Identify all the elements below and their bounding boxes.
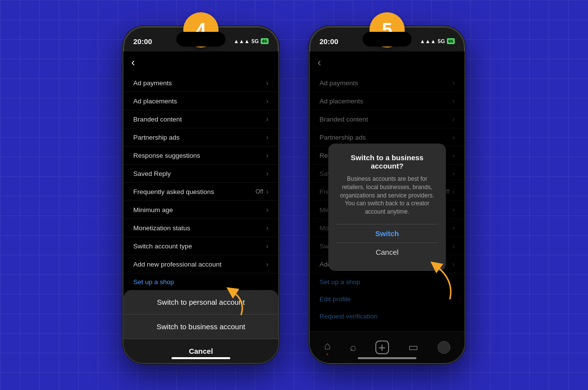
menu-item-monetization[interactable]: Monetization status › — [123, 219, 278, 237]
menu-item-branded-content[interactable]: Branded content › — [123, 110, 278, 128]
menu-item-ad-payments[interactable]: Ad payments › — [123, 74, 278, 92]
menu-item-faq[interactable]: Frequently asked questions Off › — [123, 183, 278, 201]
link-set-up-shop-1[interactable]: Set up a shop — [123, 273, 278, 291]
dynamic-island-1 — [176, 32, 225, 47]
dialog-switch-button[interactable]: Switch — [336, 224, 438, 243]
screen-2: ‹ Ad payments › Ad placements › Branded … — [310, 51, 465, 363]
dialog-box: Switch to a business account? Business a… — [328, 144, 446, 271]
phone-1-wrapper: 4 20:00 ▲▲▲ 5G 65 ‹ Ad payments › Ad pla… — [122, 26, 279, 364]
menu-list-1: Ad payments › Ad placements › Branded co… — [123, 74, 278, 273]
dialog-body: Business accounts are best for retailers… — [336, 175, 438, 216]
nav-header-1: ‹ — [123, 51, 278, 74]
home-bar-1 — [172, 357, 230, 359]
back-icon-1[interactable]: ‹ — [131, 56, 135, 69]
sheet-business-option[interactable]: Switch to business account — [123, 315, 278, 339]
phone-1: 20:00 ▲▲▲ 5G 65 ‹ Ad payments › Ad place… — [122, 26, 279, 364]
status-icons-1: ▲▲▲ 5G 65 — [234, 38, 269, 44]
menu-item-add-professional[interactable]: Add new professional account › — [123, 255, 278, 273]
menu-item-switch-account-type[interactable]: Switch account type › — [123, 237, 278, 255]
menu-item-saved-reply[interactable]: Saved Reply › — [123, 165, 278, 183]
sheet-cancel-btn[interactable]: Cancel — [123, 339, 278, 363]
dialog-cancel-button[interactable]: Cancel — [336, 243, 438, 261]
status-time-1: 20:00 — [133, 37, 152, 46]
menu-item-response-suggestions[interactable]: Response suggestions › — [123, 146, 278, 165]
dialog-title: Switch to a business account? — [336, 153, 438, 170]
dynamic-island-2 — [363, 32, 412, 47]
phone-2: 20:00 ▲▲▲ 5G 65 ‹ Ad payments › Ad place… — [309, 26, 466, 364]
menu-item-ad-placements[interactable]: Ad placements › — [123, 92, 278, 110]
status-icons-2: ▲▲▲ 5G 65 — [420, 38, 455, 44]
status-time-2: 20:00 — [319, 37, 338, 46]
phone-2-wrapper: 5 20:00 ▲▲▲ 5G 65 ‹ Ad payments › Ad pla… — [309, 26, 466, 364]
screen-1: ‹ Ad payments › Ad placements › Branded … — [123, 51, 278, 363]
bottom-sheet-1: Switch to personal account Switch to bus… — [123, 290, 278, 363]
menu-item-partnership-ads[interactable]: Partnership ads › — [123, 128, 278, 146]
menu-item-minimum-age[interactable]: Minimum age › — [123, 201, 278, 219]
dialog-overlay: Switch to a business account? Business a… — [310, 51, 465, 363]
sheet-personal-option[interactable]: Switch to personal account — [123, 290, 278, 315]
